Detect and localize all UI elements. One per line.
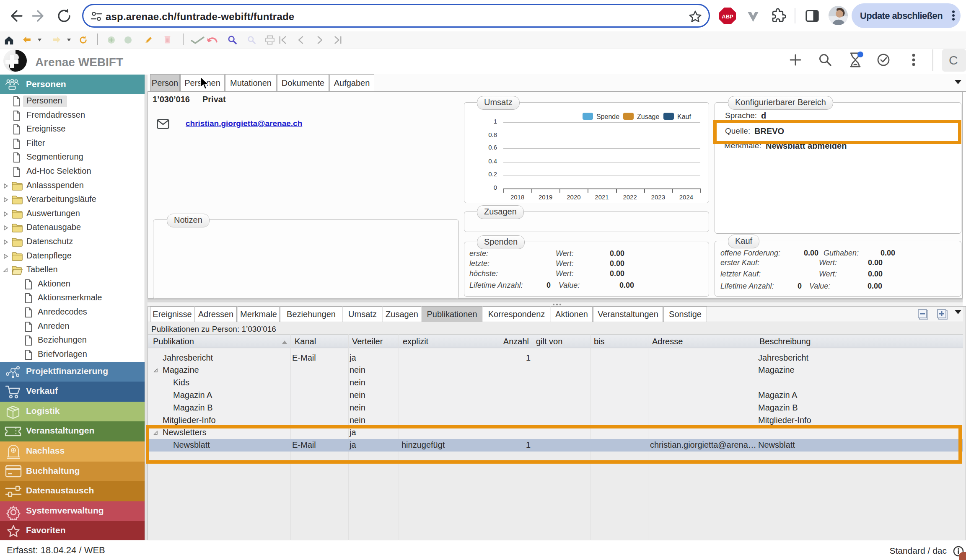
svg-text:ABP: ABP	[722, 13, 733, 20]
